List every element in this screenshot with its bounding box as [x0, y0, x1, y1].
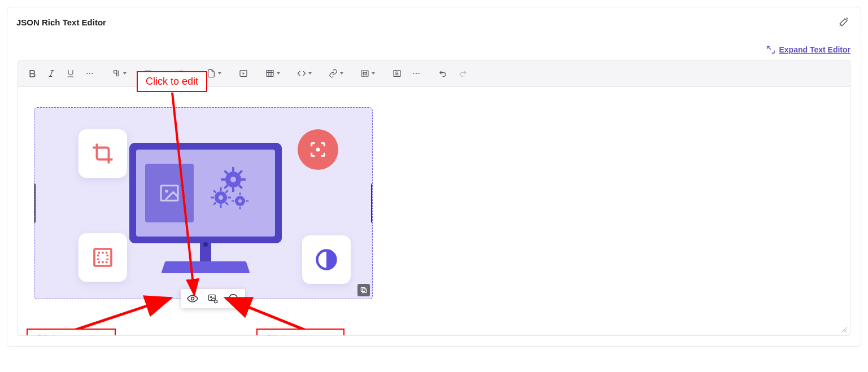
svg-rect-31 — [98, 253, 108, 262]
svg-marker-14 — [243, 72, 245, 75]
fullscreen-tile — [78, 233, 127, 282]
svg-point-4 — [86, 73, 88, 74]
video-button[interactable] — [235, 65, 252, 82]
card-title: JSON Rich Text Editor — [16, 17, 106, 27]
underline-button[interactable] — [62, 65, 79, 82]
svg-point-35 — [165, 190, 168, 192]
editor-frame: Click to edit — [18, 60, 850, 336]
svg-rect-49 — [220, 204, 222, 208]
svg-point-37 — [230, 177, 236, 182]
wand-icon — [839, 17, 849, 27]
asset-illustration — [34, 108, 372, 299]
ai-wand-button[interactable] — [836, 14, 852, 30]
svg-rect-62 — [361, 287, 365, 291]
table-icon — [265, 69, 274, 78]
svg-point-66 — [211, 296, 212, 297]
svg-point-57 — [238, 199, 242, 203]
svg-point-33 — [316, 147, 320, 151]
code-dropdown[interactable] — [294, 65, 315, 82]
callout-preview-label: Click to preview — [36, 333, 107, 336]
svg-point-47 — [219, 195, 223, 200]
contrast-tile — [302, 235, 351, 284]
more-tools-button[interactable] — [408, 65, 425, 82]
svg-rect-48 — [220, 187, 222, 191]
svg-rect-59 — [239, 207, 241, 209]
fullscreen-icon — [91, 246, 114, 269]
italic-icon — [47, 69, 56, 78]
link-icon — [329, 69, 338, 78]
svg-rect-55 — [225, 202, 228, 205]
crop-icon — [91, 142, 115, 165]
svg-rect-41 — [241, 178, 246, 181]
edit-asset-button[interactable] — [207, 292, 219, 305]
svg-rect-30 — [94, 249, 111, 266]
callout-remove: Click to remove — [256, 329, 344, 336]
svg-rect-38 — [232, 167, 234, 172]
svg-rect-15 — [267, 71, 273, 77]
undo-button[interactable] — [435, 65, 452, 82]
table-dropdown[interactable] — [262, 65, 283, 82]
svg-line-20 — [363, 72, 364, 76]
remove-asset-button[interactable] — [227, 292, 239, 305]
hash-dropdown[interactable] — [357, 65, 378, 82]
editor-content-area[interactable]: Click to edit — [18, 87, 850, 335]
svg-point-26 — [416, 73, 417, 74]
more-formatting-button[interactable] — [81, 65, 98, 82]
svg-rect-40 — [221, 178, 225, 181]
svg-line-75 — [844, 329, 847, 332]
ellipsis-icon — [412, 69, 421, 78]
underline-icon — [66, 69, 75, 78]
paragraph-dropdown[interactable] — [108, 65, 130, 82]
redo-button[interactable] — [454, 65, 471, 82]
svg-rect-19 — [361, 71, 368, 77]
contrast-icon — [314, 247, 339, 272]
pilcrow-icon — [112, 69, 121, 78]
svg-point-25 — [413, 73, 414, 74]
selected-asset[interactable] — [34, 107, 373, 299]
svg-rect-52 — [225, 190, 228, 193]
svg-line-74 — [841, 327, 847, 332]
callout-preview: Click to preview — [27, 329, 116, 336]
expand-editor-link[interactable]: Expand Text Editor — [766, 45, 850, 54]
undo-icon — [439, 69, 448, 78]
expand-editor-label: Expand Text Editor — [779, 45, 850, 54]
callout-edit-label: Click to edit — [146, 76, 198, 87]
focus-icon — [308, 140, 328, 159]
document-icon — [207, 69, 216, 78]
link-dropdown[interactable] — [325, 65, 347, 82]
image-settings-icon — [207, 293, 219, 304]
svg-point-27 — [418, 73, 420, 74]
svg-line-76 — [846, 331, 847, 332]
svg-rect-50 — [211, 197, 214, 199]
asset-wrapper — [34, 107, 373, 299]
gears-icon — [203, 165, 259, 221]
svg-rect-53 — [213, 202, 216, 205]
preview-asset-button[interactable] — [186, 292, 199, 305]
svg-rect-34 — [161, 186, 178, 201]
focus-badge — [298, 129, 338, 170]
asset-settings-badge[interactable] — [357, 284, 370, 296]
svg-point-67 — [214, 300, 217, 303]
svg-rect-58 — [239, 192, 241, 195]
eye-icon — [187, 293, 198, 304]
remove-icon — [228, 293, 239, 304]
svg-line-2 — [50, 71, 53, 77]
bold-box-button[interactable] — [389, 65, 405, 82]
hash-box-icon — [360, 69, 369, 78]
svg-rect-39 — [232, 187, 234, 192]
bold-icon — [28, 69, 37, 78]
svg-rect-61 — [246, 200, 248, 202]
expand-icon — [766, 45, 775, 54]
italic-button[interactable] — [43, 65, 60, 82]
textarea-resize-grip[interactable] — [840, 325, 848, 333]
svg-point-64 — [191, 297, 194, 300]
svg-rect-51 — [228, 197, 231, 199]
bold-button[interactable] — [24, 65, 41, 82]
redo-icon — [458, 69, 467, 78]
svg-rect-54 — [213, 190, 216, 193]
crop-tile — [78, 129, 127, 178]
card-body: Expand Text Editor — [7, 37, 861, 346]
svg-rect-60 — [232, 200, 234, 202]
play-square-icon — [239, 69, 248, 78]
svg-line-71 — [66, 298, 171, 333]
